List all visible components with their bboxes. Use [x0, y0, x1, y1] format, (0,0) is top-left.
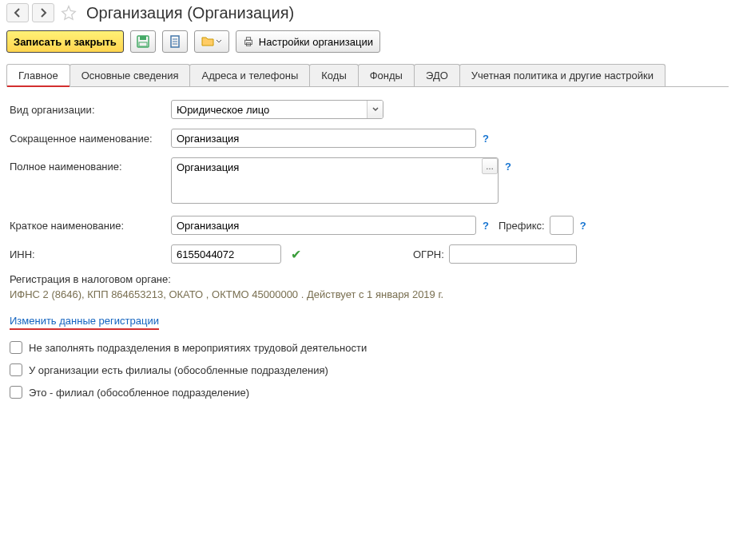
tab-main[interactable]: Главное — [6, 64, 70, 87]
print-icon — [243, 36, 254, 47]
help-icon[interactable]: ? — [505, 161, 511, 173]
arrow-left-icon — [13, 8, 22, 18]
change-reg-link-wrap: Изменить данные регистрации — [10, 315, 725, 341]
tab-label: Адреса и телефоны — [201, 70, 298, 81]
tab-codes[interactable]: Коды — [309, 64, 358, 86]
tab-label: Основные сведения — [81, 70, 179, 81]
save-button[interactable] — [130, 30, 156, 53]
tab-addresses[interactable]: Адреса и телефоны — [189, 64, 310, 86]
tab-edo[interactable]: ЭДО — [414, 64, 460, 86]
full-name-expand-button[interactable]: … — [482, 158, 498, 174]
chevron-down-icon — [372, 106, 379, 113]
row-chk-is-branch: Это - филиал (обособленное подразделение… — [10, 386, 725, 399]
org-type-label: Вид организации: — [10, 104, 171, 116]
full-name-wrap: … — [171, 157, 499, 206]
page-title: Организация (Организация) — [86, 4, 294, 22]
inn-label: ИНН: — [10, 248, 171, 260]
row-org-type: Вид организации: — [10, 100, 725, 119]
org-type-select-wrap — [171, 100, 383, 119]
short-name-input[interactable] — [171, 129, 476, 148]
document-icon — [169, 35, 181, 48]
check-icon: ✔ — [291, 247, 301, 262]
tab-label: Главное — [18, 70, 58, 81]
toolbar: Записать и закрыть Настройки организации — [0, 26, 735, 58]
chk-subdiv-label: Не заполнять подразделения в мероприятия… — [29, 342, 367, 354]
prefix-label: Префикс: — [499, 220, 545, 232]
chk-is-branch-label: Это - филиал (обособленное подразделение… — [29, 387, 249, 399]
row-inn: ИНН: ✔ ОГРН: — [10, 244, 725, 264]
short-name-label: Сокращенное наименование: — [10, 133, 171, 145]
tax-reg-info: ИФНС 2 (8646), КПП 864653213, ОКАТО , ОК… — [10, 288, 725, 300]
full-name-input[interactable] — [171, 157, 499, 204]
brief-name-input[interactable] — [171, 216, 476, 235]
tab-basic-info[interactable]: Основные сведения — [70, 64, 191, 86]
svg-rect-1 — [140, 36, 146, 40]
folder-button[interactable] — [194, 30, 229, 53]
org-settings-button[interactable]: Настройки организации — [236, 30, 380, 53]
save-close-button[interactable]: Записать и закрыть — [6, 30, 124, 53]
tab-label: Фонды — [370, 70, 403, 81]
chk-branches[interactable] — [10, 363, 22, 376]
chk-subdiv[interactable] — [10, 341, 22, 354]
chevron-down-icon — [216, 35, 222, 48]
prefix-input[interactable] — [550, 216, 574, 235]
inn-input[interactable] — [171, 244, 281, 264]
help-icon[interactable]: ? — [580, 220, 586, 232]
forward-button[interactable] — [32, 3, 54, 22]
help-icon[interactable]: ? — [483, 220, 489, 232]
row-chk-branches: У организации есть филиалы (обособленные… — [10, 363, 725, 376]
tab-funds[interactable]: Фонды — [358, 64, 415, 86]
ogrn-label: ОГРН: — [413, 248, 444, 260]
row-chk-subdiv: Не заполнять подразделения в мероприятия… — [10, 341, 725, 354]
brief-name-label: Краткое наименование: — [10, 220, 171, 232]
tax-reg-label: Регистрация в налоговом органе: — [10, 273, 725, 285]
favorite-icon[interactable] — [61, 5, 77, 21]
arrow-right-icon — [38, 8, 48, 18]
chk-branches-label: У организации есть филиалы (обособленные… — [29, 364, 328, 376]
chk-is-branch[interactable] — [10, 386, 22, 399]
svg-rect-2 — [139, 42, 147, 46]
row-brief-name: Краткое наименование: ? Префикс: ? — [10, 216, 725, 235]
floppy-icon — [137, 35, 149, 48]
row-full-name: Полное наименование: … ? — [10, 157, 725, 206]
change-reg-link[interactable]: Изменить данные регистрации — [10, 315, 159, 330]
ogrn-input[interactable] — [449, 244, 577, 264]
tabs: Главное Основные сведения Адреса и телеф… — [6, 64, 729, 87]
org-type-dropdown-button[interactable] — [367, 101, 383, 118]
org-settings-label: Настройки организации — [259, 36, 373, 48]
tab-label: Учетная политика и другие настройки — [471, 70, 654, 81]
folder-icon — [201, 35, 214, 48]
report-button[interactable] — [162, 30, 188, 53]
svg-rect-8 — [246, 38, 250, 41]
back-button[interactable] — [6, 3, 29, 22]
help-icon[interactable]: ? — [483, 133, 489, 145]
full-name-label: Полное наименование: — [10, 157, 171, 173]
tab-accounting[interactable]: Учетная политика и другие настройки — [459, 64, 665, 86]
tab-label: Коды — [321, 70, 346, 81]
row-short-name: Сокращенное наименование: ? — [10, 129, 725, 148]
org-type-input[interactable] — [171, 100, 383, 119]
tab-label: ЭДО — [426, 70, 448, 81]
top-nav: Организация (Организация) — [0, 0, 735, 26]
form: Вид организации: Сокращенное наименовани… — [0, 87, 735, 421]
